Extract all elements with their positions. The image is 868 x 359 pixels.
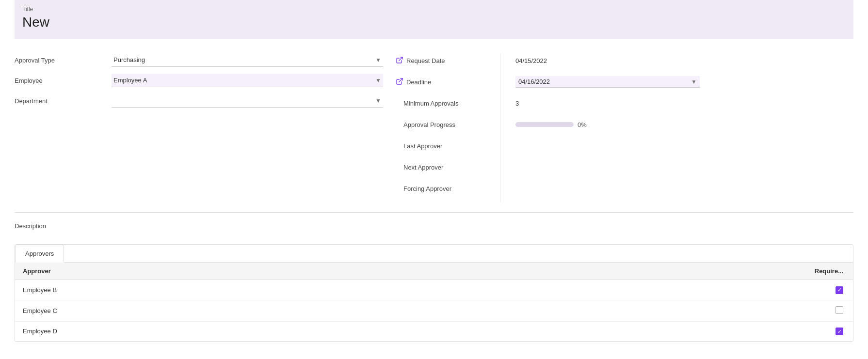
svg-line-1 — [399, 78, 402, 82]
deadline-select[interactable]: 04/16/2022 ▼ — [515, 76, 700, 88]
table-row: Employee D — [15, 321, 853, 342]
tab-approvers[interactable]: Approvers — [15, 245, 64, 263]
approval-type-input[interactable] — [112, 55, 373, 64]
description-section: Description — [15, 212, 853, 230]
form-container: Title New Approval Type ▼ Employee — [0, 0, 868, 357]
deadline-value: 04/16/2022 — [518, 78, 691, 85]
title-label: Title — [22, 6, 846, 13]
last-approver-label: Last Approver — [393, 142, 480, 150]
title-section: Title New — [15, 0, 853, 39]
approvers-tbody: Employee BEmployee CEmployee D — [15, 280, 853, 342]
minimum-approvals-value-row: 3 — [515, 96, 700, 110]
next-approver-row: Next Approver — [393, 160, 491, 174]
table-row: Employee B — [15, 280, 853, 300]
minimum-approvals-row: Minimum Approvals — [393, 96, 491, 110]
approval-type-dropdown-arrow[interactable]: ▼ — [373, 57, 383, 63]
checkbox-checked[interactable] — [836, 328, 843, 335]
right-info: 04/15/2022 04/16/2022 ▼ 3 — [500, 53, 700, 203]
description-label: Description — [15, 222, 112, 230]
left-panel: Approval Type ▼ Employee ▼ — [15, 53, 383, 203]
deadline-select-arrow[interactable]: ▼ — [691, 78, 697, 85]
required-cell — [450, 300, 853, 321]
request-date-label: Request Date — [403, 57, 491, 64]
employee-dropdown-arrow[interactable]: ▼ — [373, 77, 383, 84]
progress-bar-container: 0% — [515, 121, 587, 128]
deadline-value-row: 04/16/2022 ▼ — [515, 75, 700, 89]
divider-1 — [15, 212, 853, 213]
svg-line-0 — [399, 57, 402, 61]
description-row: Description — [15, 222, 853, 230]
approval-type-label: Approval Type — [15, 57, 112, 64]
required-cell — [450, 280, 853, 300]
department-label: Department — [15, 97, 112, 105]
approval-progress-label: Approval Progress — [393, 121, 480, 128]
approver-cell: Employee C — [15, 300, 450, 321]
request-date-row: Request Date — [393, 53, 491, 68]
last-approver-row: Last Approver — [393, 139, 491, 153]
tabs-section: Approvers Approver Require... Employee B… — [15, 244, 853, 342]
main-fields-wrapper: Approval Type ▼ Employee ▼ — [15, 53, 853, 203]
approver-cell: Employee B — [15, 280, 450, 300]
checkbox-checked[interactable] — [836, 286, 843, 294]
next-approver-label: Next Approver — [393, 164, 480, 171]
checkbox-unchecked[interactable] — [836, 306, 843, 314]
department-select[interactable]: ▼ — [112, 94, 383, 108]
approval-type-select[interactable]: ▼ — [112, 53, 383, 67]
approval-progress-row: Approval Progress — [393, 117, 491, 132]
deadline-link-icon[interactable] — [396, 78, 403, 87]
request-date-link-icon[interactable] — [396, 56, 403, 65]
employee-select[interactable]: ▼ — [112, 74, 383, 87]
department-dropdown-arrow[interactable]: ▼ — [373, 97, 383, 104]
request-date-value: 04/15/2022 — [515, 57, 547, 64]
tabs-header: Approvers — [15, 245, 853, 263]
employee-label: Employee — [15, 77, 112, 84]
middle-info: Request Date Deadline Minimum A — [383, 53, 491, 203]
table-row: Employee C — [15, 300, 853, 321]
department-row: Department ▼ — [15, 94, 383, 108]
deadline-label: Deadline — [403, 78, 491, 86]
deadline-row: Deadline — [393, 75, 491, 89]
title-value: New — [22, 15, 846, 30]
minimum-approvals-value: 3 — [515, 100, 519, 107]
col-required: Require... — [450, 263, 853, 280]
forcing-approver-row: Forcing Approver — [393, 181, 491, 196]
forcing-approver-value-row — [515, 181, 700, 196]
approval-progress-value-row: 0% — [515, 117, 700, 132]
right-sections: Request Date Deadline Minimum A — [383, 53, 853, 203]
progress-text: 0% — [578, 121, 587, 128]
employee-input[interactable] — [112, 76, 373, 85]
approver-cell: Employee D — [15, 321, 450, 342]
forcing-approver-label: Forcing Approver — [393, 185, 480, 192]
employee-row: Employee ▼ — [15, 74, 383, 87]
required-cell — [450, 321, 853, 342]
minimum-approvals-label: Minimum Approvals — [393, 100, 480, 107]
col-approver: Approver — [15, 263, 450, 280]
table-header: Approver Require... — [15, 263, 853, 280]
request-date-value-row: 04/15/2022 — [515, 53, 700, 68]
last-approver-value-row — [515, 139, 700, 153]
approvers-table: Approver Require... Employee BEmployee C… — [15, 263, 853, 342]
approval-type-control: ▼ — [112, 53, 383, 67]
approval-type-row: Approval Type ▼ — [15, 53, 383, 67]
employee-control: ▼ — [112, 74, 383, 87]
next-approver-value-row — [515, 160, 700, 174]
department-input[interactable] — [112, 96, 373, 105]
progress-bar-bg — [515, 122, 574, 127]
department-control: ▼ — [112, 94, 383, 108]
